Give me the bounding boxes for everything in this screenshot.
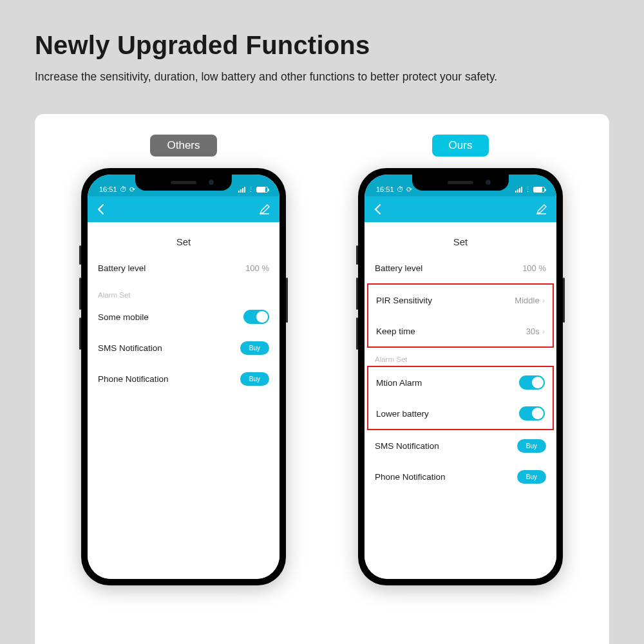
chevron-right-icon: › (542, 296, 545, 305)
buy-button-sms[interactable]: Buy (517, 439, 546, 453)
phone-frame-ours: 16:51 ⏱ ⟳ ⋮ (358, 168, 563, 585)
keep-time-value: 30s › (526, 327, 545, 336)
row-sms-notification[interactable]: SMS Notification Buy (365, 430, 556, 461)
wifi-icon: ⋮ (247, 185, 254, 194)
edit-icon[interactable] (536, 204, 547, 215)
back-icon[interactable] (374, 204, 381, 215)
app-header (365, 196, 556, 222)
phone-notch (135, 175, 232, 191)
wifi-icon: ⋮ (524, 185, 531, 194)
buy-button-phone[interactable]: Buy (517, 470, 546, 484)
row-lower-battery[interactable]: Lower battery (368, 398, 553, 429)
phone-notification-label: Phone Notification (98, 374, 240, 384)
alarm-icon: ⏱ (397, 185, 404, 193)
others-tag: Others (150, 135, 216, 156)
toggle-motion-alarm[interactable] (519, 375, 545, 390)
signal-icon (238, 187, 245, 193)
row-sms-notification[interactable]: SMS Notification Buy (88, 332, 279, 363)
battery-level-value: 100 % (522, 263, 546, 273)
section-alarm-set: Alarm Set (365, 348, 556, 366)
keep-time-label: Keep time (376, 327, 526, 336)
row-keep-time[interactable]: Keep time 30s › (368, 316, 553, 346)
section-alarm-set: Alarm Set (88, 283, 279, 301)
battery-level-label: Battery level (375, 263, 522, 273)
pir-sensitivity-value: Middle › (515, 296, 545, 305)
status-time: 16:51 (99, 185, 117, 193)
screen-title: Set (88, 222, 279, 252)
buy-button-phone[interactable]: Buy (240, 372, 269, 386)
row-some-mobile[interactable]: Some mobile (88, 301, 279, 332)
page-subtitle: Increase the sensitivity, duration, low … (35, 68, 537, 86)
highlight-alarm-box: Mtion Alarm Lower battery (367, 366, 554, 430)
edit-icon[interactable] (259, 204, 270, 215)
motion-alarm-label: Mtion Alarm (376, 378, 519, 388)
battery-level-value: 100 % (245, 263, 269, 273)
sync-icon: ⟳ (129, 185, 135, 194)
sms-notification-label: SMS Notification (98, 343, 240, 353)
phone-notch (412, 175, 509, 191)
sync-icon: ⟳ (406, 185, 412, 194)
row-battery-level: Battery level 100 % (88, 252, 279, 283)
toggle-some-mobile[interactable] (243, 310, 269, 324)
row-phone-notification[interactable]: Phone Notification Buy (88, 363, 279, 394)
ours-tag: Ours (432, 135, 489, 156)
phone-notification-label: Phone Notification (375, 472, 517, 482)
app-header (88, 196, 279, 222)
sms-notification-label: SMS Notification (375, 441, 517, 451)
page-title: Newly Upgraded Functions (35, 31, 609, 60)
row-phone-notification[interactable]: Phone Notification Buy (365, 461, 556, 492)
chevron-right-icon: › (542, 327, 545, 336)
row-battery-level: Battery level 100 % (365, 252, 556, 283)
alarm-icon: ⏱ (120, 185, 127, 193)
screen-title: Set (365, 222, 556, 252)
row-pir-sensitivity[interactable]: PIR Sensitivity Middle › (368, 285, 553, 316)
row-motion-alarm[interactable]: Mtion Alarm (368, 367, 553, 398)
some-mobile-label: Some mobile (98, 312, 243, 322)
comparison-card: Others 16:51 ⏱ ⟳ (35, 114, 609, 644)
back-icon[interactable] (97, 204, 104, 215)
signal-icon (515, 187, 522, 193)
phone-frame-others: 16:51 ⏱ ⟳ ⋮ (81, 168, 286, 585)
toggle-lower-battery[interactable] (519, 406, 545, 421)
battery-icon (256, 187, 268, 193)
app-screen-ours: Set Battery level 100 % PIR Sensitivity … (365, 222, 556, 579)
highlight-sensitivity-box: PIR Sensitivity Middle › Keep time (367, 283, 554, 348)
battery-level-label: Battery level (98, 263, 245, 273)
lower-battery-label: Lower battery (376, 409, 519, 419)
buy-button-sms[interactable]: Buy (240, 341, 269, 355)
others-column: Others 16:51 ⏱ ⟳ (80, 135, 287, 585)
ours-column: Ours 16:51 ⏱ ⟳ ⋮ (357, 135, 564, 585)
status-time: 16:51 (376, 185, 394, 193)
app-screen-others: Set Battery level 100 % Alarm Set Some m… (88, 222, 279, 579)
battery-icon (533, 187, 545, 193)
pir-sensitivity-label: PIR Sensitivity (376, 296, 515, 305)
